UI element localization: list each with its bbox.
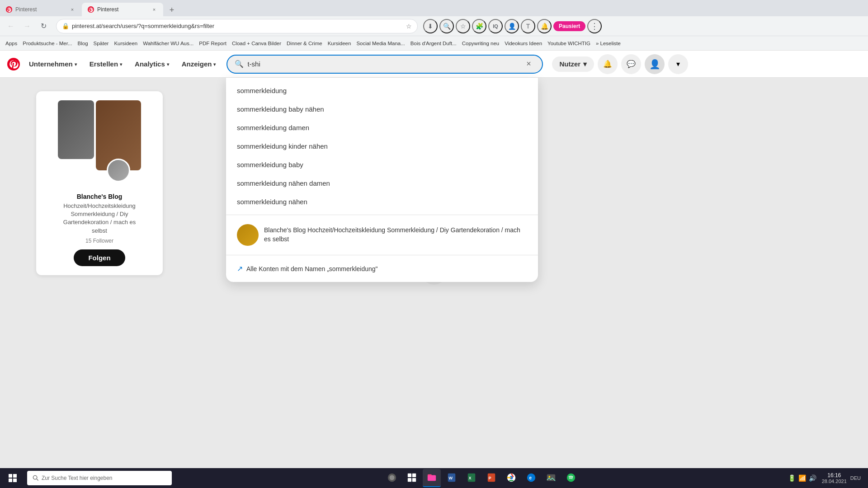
suggestion-3[interactable]: sommerkleidung damen bbox=[226, 118, 538, 137]
erstellen-label: Erstellen bbox=[90, 60, 118, 68]
suggestion-7[interactable]: sommerkleidung nähen bbox=[226, 192, 538, 211]
new-tab-button[interactable]: + bbox=[165, 4, 178, 16]
taskbar-app-word[interactable]: W bbox=[443, 469, 461, 487]
user-image-hair bbox=[96, 100, 141, 170]
taskbar-app-photos[interactable] bbox=[542, 469, 560, 487]
nutzer-button[interactable]: Nutzer ▾ bbox=[552, 56, 594, 72]
back-button[interactable]: ← bbox=[4, 19, 18, 33]
tab-favicon-2 bbox=[87, 6, 94, 13]
taskbar-search-placeholder: Zur Suche Text hier eingeben bbox=[42, 475, 113, 481]
refresh-button[interactable]: ↻ bbox=[36, 19, 51, 33]
bookmark-icon-bar[interactable]: ☆ bbox=[456, 19, 470, 33]
arrow-icon: ↗ bbox=[237, 264, 243, 273]
suggestion-5[interactable]: sommerkleidung baby bbox=[226, 155, 538, 174]
account-suggestion[interactable]: Blanche's Blog Hochzeit/Hochzeitskleidun… bbox=[226, 219, 538, 251]
forward-button[interactable]: → bbox=[20, 19, 34, 33]
bookmark-youtube[interactable]: Youtube WICHTIG bbox=[546, 40, 592, 47]
pinterest-logo[interactable] bbox=[7, 58, 20, 70]
more-options-button[interactable]: ▾ bbox=[668, 54, 688, 74]
taskbar-app-edge[interactable]: e bbox=[522, 469, 540, 487]
bookmark-leseliste[interactable]: » Leseliste bbox=[594, 40, 623, 47]
address-bar-row: ← → ↻ 🔒 pinterest.at/search/users/?q=som… bbox=[0, 16, 868, 36]
taskbar-app-powerpoint[interactable]: P bbox=[482, 469, 500, 487]
profile-paused-button[interactable]: Pausiert bbox=[553, 21, 585, 31]
bookmark-copywriting[interactable]: Copywriting neu bbox=[460, 40, 501, 47]
analytics-label: Analytics bbox=[135, 60, 165, 68]
address-bar[interactable]: 🔒 pinterest.at/search/users/?q=sommerkle… bbox=[56, 19, 418, 33]
user-card: Blanche's Blog Hochzeit/Hochzeitskleidun… bbox=[36, 91, 163, 275]
profile-icon[interactable]: 👤 bbox=[505, 19, 519, 33]
suggestion-1[interactable]: sommerkleidung bbox=[226, 81, 538, 100]
tab-2[interactable]: Pinterest × bbox=[82, 3, 163, 16]
bookmark-apps[interactable]: Apps bbox=[4, 40, 19, 47]
bookmark-kursideen2[interactable]: Kursideen bbox=[326, 40, 353, 47]
bookmark-dinner[interactable]: Dinner & Crime bbox=[285, 40, 324, 47]
message-icon: 💬 bbox=[627, 60, 636, 68]
taskbar-search-bar[interactable]: Zur Suche Text hier eingeben bbox=[27, 471, 172, 485]
taskbar-center-apps: W X P e bbox=[177, 469, 786, 487]
translate-icon[interactable]: T bbox=[521, 19, 535, 33]
bookmark-wahlfaecher[interactable]: Wahlfächer WU Aus... bbox=[141, 40, 195, 47]
follow-button[interactable]: Folgen bbox=[74, 249, 125, 266]
bookmark-pdf[interactable]: PDF Report bbox=[197, 40, 228, 47]
taskbar-app-explorer[interactable] bbox=[423, 469, 441, 487]
bookmark-blog[interactable]: Blog bbox=[76, 40, 90, 47]
nav-anzeigen[interactable]: Anzeigen ▾ bbox=[176, 56, 222, 71]
bookmark-socialmedia[interactable]: Social Media Mana... bbox=[354, 40, 406, 47]
bookmark-produktsuche[interactable]: Produktsuche - Mer... bbox=[21, 40, 74, 47]
unternehmen-label: Unternehmen bbox=[29, 60, 73, 68]
bookmark-bois[interactable]: Bois d'Argent Duft... bbox=[409, 40, 458, 47]
suggestion-4[interactable]: sommerkleidung kinder nähen bbox=[226, 137, 538, 155]
tab-close-2[interactable]: × bbox=[151, 6, 158, 13]
wifi-icon: 📶 bbox=[798, 474, 806, 482]
search-input[interactable] bbox=[247, 60, 519, 68]
all-accounts-link[interactable]: ↗ Alle Konten mit dem Namen „sommerkleid… bbox=[226, 259, 538, 278]
taskbar-app-excel[interactable]: X bbox=[462, 469, 481, 487]
extensions-icon[interactable]: 🧩 bbox=[472, 19, 486, 33]
bell-icon[interactable]: 🔔 bbox=[537, 19, 552, 33]
nav-erstellen[interactable]: Erstellen ▾ bbox=[84, 56, 127, 71]
messages-button[interactable]: 💬 bbox=[621, 54, 641, 74]
nutzer-chevron-icon: ▾ bbox=[583, 60, 587, 68]
svg-point-28 bbox=[549, 476, 551, 478]
lock-icon: 🔒 bbox=[62, 23, 69, 29]
svg-text:W: W bbox=[449, 476, 453, 480]
svg-rect-16 bbox=[428, 475, 436, 481]
taskbar-windows-button[interactable] bbox=[4, 469, 22, 487]
taskbar-app-taskview[interactable] bbox=[403, 469, 421, 487]
battery-icon: 🔋 bbox=[788, 474, 796, 482]
bookmark-kursideen1[interactable]: Kursideen bbox=[112, 40, 139, 47]
menu-icon[interactable]: ⋮ bbox=[587, 19, 602, 33]
all-accounts-label: Alle Konten mit dem Namen „sommerkleidun… bbox=[246, 265, 378, 272]
bookmark-videokurs[interactable]: Videokurs Ideen bbox=[503, 40, 544, 47]
clock[interactable]: 16:16 28.04.2021 bbox=[822, 472, 847, 484]
bookmark-canva[interactable]: Cload + Canva Bilder bbox=[230, 40, 283, 47]
erstellen-chevron-icon: ▾ bbox=[120, 62, 122, 67]
suggestion-6[interactable]: sommerkleidung nähen damen bbox=[226, 174, 538, 192]
search-bar[interactable]: 🔍 × bbox=[226, 55, 543, 74]
svg-line-9 bbox=[37, 479, 38, 481]
search-container: 🔍 × bbox=[226, 55, 543, 74]
anzeigen-chevron-icon: ▾ bbox=[213, 62, 216, 67]
volume-icon: 🔊 bbox=[809, 474, 816, 482]
svg-rect-5 bbox=[13, 474, 17, 478]
taskbar-date: 28.04.2021 bbox=[822, 479, 847, 484]
download-icon[interactable]: ⬇ bbox=[423, 19, 438, 33]
search-icon-bar[interactable]: 🔍 bbox=[439, 19, 454, 33]
taskbar-app-spotify[interactable] bbox=[562, 469, 580, 487]
tab-label-1: Pinterest bbox=[15, 6, 66, 13]
bookmark-spaeter[interactable]: Später bbox=[92, 40, 111, 47]
suggestion-2[interactable]: sommerkleidung baby nähen bbox=[226, 100, 538, 118]
tab-close-1[interactable]: × bbox=[69, 6, 76, 13]
iq-icon[interactable]: IQ bbox=[488, 19, 503, 33]
nav-analytics[interactable]: Analytics ▾ bbox=[129, 56, 175, 71]
search-clear-button[interactable]: × bbox=[522, 58, 535, 70]
nav-unternehmen[interactable]: Unternehmen ▾ bbox=[24, 56, 82, 71]
taskbar-app-cortana[interactable] bbox=[383, 469, 401, 487]
user-name: Blanche's Blog bbox=[63, 193, 136, 200]
taskbar-app-chrome[interactable] bbox=[502, 469, 520, 487]
tab-1[interactable]: Pinterest × bbox=[0, 3, 81, 16]
user-avatar-button[interactable]: 👤 bbox=[645, 54, 665, 74]
keyboard-layout: DEU bbox=[850, 475, 861, 481]
notifications-button[interactable]: 🔔 bbox=[598, 54, 618, 74]
